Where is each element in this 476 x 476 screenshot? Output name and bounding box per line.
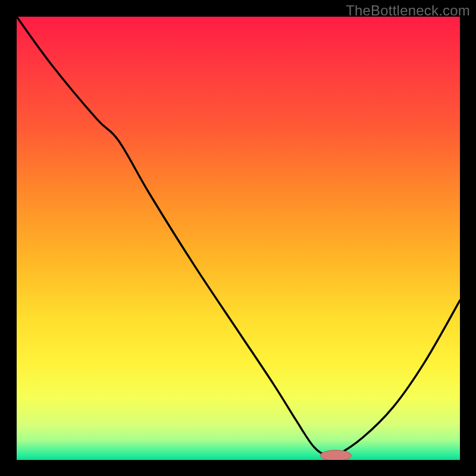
bottleneck-chart <box>0 0 476 476</box>
optimal-point-marker <box>320 450 351 461</box>
chart-frame: TheBottleneck.com <box>0 0 476 476</box>
watermark-label: TheBottleneck.com <box>346 2 470 19</box>
plot-area-gradient <box>17 17 460 460</box>
